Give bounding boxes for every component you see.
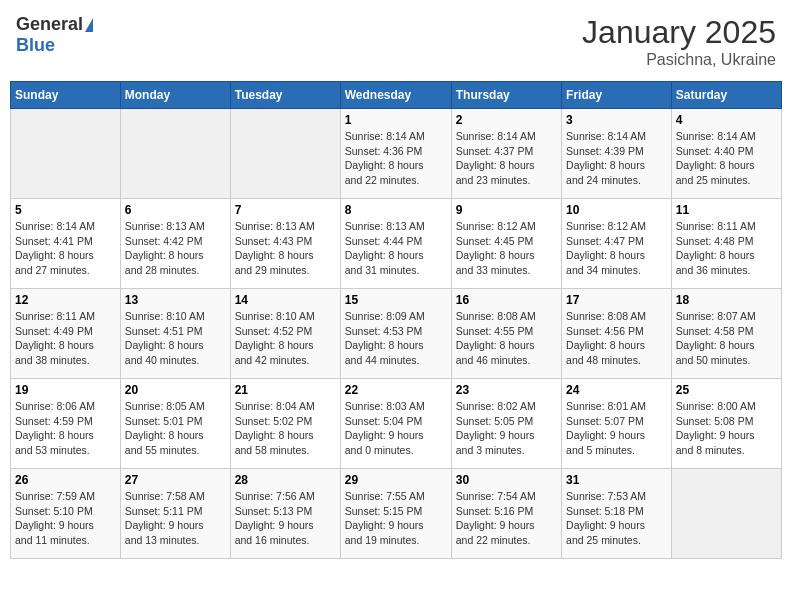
day-number: 4: [676, 113, 777, 127]
weekday-header-thursday: Thursday: [451, 82, 561, 109]
logo-triangle-icon: [85, 18, 93, 32]
day-info: Sunrise: 7:53 AM Sunset: 5:18 PM Dayligh…: [566, 489, 667, 548]
day-info: Sunrise: 8:05 AM Sunset: 5:01 PM Dayligh…: [125, 399, 226, 458]
day-info: Sunrise: 8:00 AM Sunset: 5:08 PM Dayligh…: [676, 399, 777, 458]
day-info: Sunrise: 8:09 AM Sunset: 4:53 PM Dayligh…: [345, 309, 447, 368]
day-info: Sunrise: 8:14 AM Sunset: 4:36 PM Dayligh…: [345, 129, 447, 188]
day-info: Sunrise: 8:04 AM Sunset: 5:02 PM Dayligh…: [235, 399, 336, 458]
day-number: 26: [15, 473, 116, 487]
day-number: 8: [345, 203, 447, 217]
empty-cell: [671, 469, 781, 559]
day-number: 3: [566, 113, 667, 127]
calendar-subtitle: Pasichna, Ukraine: [582, 51, 776, 69]
weekday-header-monday: Monday: [120, 82, 230, 109]
empty-cell: [230, 109, 340, 199]
day-number: 17: [566, 293, 667, 307]
day-number: 30: [456, 473, 557, 487]
day-number: 9: [456, 203, 557, 217]
calendar-day-17: 17Sunrise: 8:08 AM Sunset: 4:56 PM Dayli…: [562, 289, 672, 379]
calendar-day-2: 2Sunrise: 8:14 AM Sunset: 4:37 PM Daylig…: [451, 109, 561, 199]
day-number: 1: [345, 113, 447, 127]
calendar-day-16: 16Sunrise: 8:08 AM Sunset: 4:55 PM Dayli…: [451, 289, 561, 379]
day-info: Sunrise: 7:59 AM Sunset: 5:10 PM Dayligh…: [15, 489, 116, 548]
day-number: 20: [125, 383, 226, 397]
calendar-day-7: 7Sunrise: 8:13 AM Sunset: 4:43 PM Daylig…: [230, 199, 340, 289]
day-number: 5: [15, 203, 116, 217]
calendar-week-row: 1Sunrise: 8:14 AM Sunset: 4:36 PM Daylig…: [11, 109, 782, 199]
calendar-table: SundayMondayTuesdayWednesdayThursdayFrid…: [10, 81, 782, 559]
calendar-week-row: 19Sunrise: 8:06 AM Sunset: 4:59 PM Dayli…: [11, 379, 782, 469]
logo: General Blue: [16, 14, 93, 56]
day-info: Sunrise: 8:08 AM Sunset: 4:55 PM Dayligh…: [456, 309, 557, 368]
calendar-week-row: 5Sunrise: 8:14 AM Sunset: 4:41 PM Daylig…: [11, 199, 782, 289]
calendar-day-15: 15Sunrise: 8:09 AM Sunset: 4:53 PM Dayli…: [340, 289, 451, 379]
empty-cell: [120, 109, 230, 199]
calendar-day-22: 22Sunrise: 8:03 AM Sunset: 5:04 PM Dayli…: [340, 379, 451, 469]
calendar-day-29: 29Sunrise: 7:55 AM Sunset: 5:15 PM Dayli…: [340, 469, 451, 559]
calendar-day-31: 31Sunrise: 7:53 AM Sunset: 5:18 PM Dayli…: [562, 469, 672, 559]
day-info: Sunrise: 8:10 AM Sunset: 4:52 PM Dayligh…: [235, 309, 336, 368]
day-number: 22: [345, 383, 447, 397]
calendar-title: January 2025: [582, 14, 776, 51]
day-number: 25: [676, 383, 777, 397]
day-number: 11: [676, 203, 777, 217]
calendar-day-14: 14Sunrise: 8:10 AM Sunset: 4:52 PM Dayli…: [230, 289, 340, 379]
calendar-day-1: 1Sunrise: 8:14 AM Sunset: 4:36 PM Daylig…: [340, 109, 451, 199]
calendar-day-19: 19Sunrise: 8:06 AM Sunset: 4:59 PM Dayli…: [11, 379, 121, 469]
day-number: 16: [456, 293, 557, 307]
day-info: Sunrise: 8:13 AM Sunset: 4:43 PM Dayligh…: [235, 219, 336, 278]
day-number: 14: [235, 293, 336, 307]
day-info: Sunrise: 8:10 AM Sunset: 4:51 PM Dayligh…: [125, 309, 226, 368]
calendar-day-10: 10Sunrise: 8:12 AM Sunset: 4:47 PM Dayli…: [562, 199, 672, 289]
day-info: Sunrise: 7:55 AM Sunset: 5:15 PM Dayligh…: [345, 489, 447, 548]
day-info: Sunrise: 8:01 AM Sunset: 5:07 PM Dayligh…: [566, 399, 667, 458]
calendar-day-8: 8Sunrise: 8:13 AM Sunset: 4:44 PM Daylig…: [340, 199, 451, 289]
weekday-header-tuesday: Tuesday: [230, 82, 340, 109]
day-info: Sunrise: 7:58 AM Sunset: 5:11 PM Dayligh…: [125, 489, 226, 548]
day-number: 10: [566, 203, 667, 217]
day-number: 18: [676, 293, 777, 307]
logo-blue-text: Blue: [16, 35, 55, 56]
day-info: Sunrise: 8:12 AM Sunset: 4:47 PM Dayligh…: [566, 219, 667, 278]
day-info: Sunrise: 8:14 AM Sunset: 4:41 PM Dayligh…: [15, 219, 116, 278]
calendar-day-3: 3Sunrise: 8:14 AM Sunset: 4:39 PM Daylig…: [562, 109, 672, 199]
day-number: 23: [456, 383, 557, 397]
day-info: Sunrise: 8:11 AM Sunset: 4:48 PM Dayligh…: [676, 219, 777, 278]
calendar-day-12: 12Sunrise: 8:11 AM Sunset: 4:49 PM Dayli…: [11, 289, 121, 379]
day-number: 21: [235, 383, 336, 397]
day-info: Sunrise: 8:02 AM Sunset: 5:05 PM Dayligh…: [456, 399, 557, 458]
calendar-header-row: SundayMondayTuesdayWednesdayThursdayFrid…: [11, 82, 782, 109]
calendar-day-21: 21Sunrise: 8:04 AM Sunset: 5:02 PM Dayli…: [230, 379, 340, 469]
day-info: Sunrise: 8:12 AM Sunset: 4:45 PM Dayligh…: [456, 219, 557, 278]
day-number: 31: [566, 473, 667, 487]
calendar-day-25: 25Sunrise: 8:00 AM Sunset: 5:08 PM Dayli…: [671, 379, 781, 469]
day-number: 12: [15, 293, 116, 307]
day-number: 19: [15, 383, 116, 397]
day-info: Sunrise: 8:14 AM Sunset: 4:40 PM Dayligh…: [676, 129, 777, 188]
weekday-header-wednesday: Wednesday: [340, 82, 451, 109]
day-number: 29: [345, 473, 447, 487]
calendar-day-5: 5Sunrise: 8:14 AM Sunset: 4:41 PM Daylig…: [11, 199, 121, 289]
empty-cell: [11, 109, 121, 199]
day-number: 15: [345, 293, 447, 307]
calendar-day-24: 24Sunrise: 8:01 AM Sunset: 5:07 PM Dayli…: [562, 379, 672, 469]
calendar-day-20: 20Sunrise: 8:05 AM Sunset: 5:01 PM Dayli…: [120, 379, 230, 469]
weekday-header-saturday: Saturday: [671, 82, 781, 109]
day-info: Sunrise: 8:13 AM Sunset: 4:42 PM Dayligh…: [125, 219, 226, 278]
title-block: January 2025 Pasichna, Ukraine: [582, 14, 776, 69]
calendar-day-6: 6Sunrise: 8:13 AM Sunset: 4:42 PM Daylig…: [120, 199, 230, 289]
page-header: General Blue January 2025 Pasichna, Ukra…: [10, 10, 782, 73]
day-info: Sunrise: 8:03 AM Sunset: 5:04 PM Dayligh…: [345, 399, 447, 458]
calendar-week-row: 12Sunrise: 8:11 AM Sunset: 4:49 PM Dayli…: [11, 289, 782, 379]
day-info: Sunrise: 7:56 AM Sunset: 5:13 PM Dayligh…: [235, 489, 336, 548]
weekday-header-friday: Friday: [562, 82, 672, 109]
calendar-day-13: 13Sunrise: 8:10 AM Sunset: 4:51 PM Dayli…: [120, 289, 230, 379]
day-info: Sunrise: 8:14 AM Sunset: 4:37 PM Dayligh…: [456, 129, 557, 188]
day-number: 28: [235, 473, 336, 487]
day-info: Sunrise: 8:08 AM Sunset: 4:56 PM Dayligh…: [566, 309, 667, 368]
day-number: 24: [566, 383, 667, 397]
day-info: Sunrise: 8:11 AM Sunset: 4:49 PM Dayligh…: [15, 309, 116, 368]
calendar-day-11: 11Sunrise: 8:11 AM Sunset: 4:48 PM Dayli…: [671, 199, 781, 289]
calendar-day-27: 27Sunrise: 7:58 AM Sunset: 5:11 PM Dayli…: [120, 469, 230, 559]
logo-general-text: General: [16, 14, 83, 35]
